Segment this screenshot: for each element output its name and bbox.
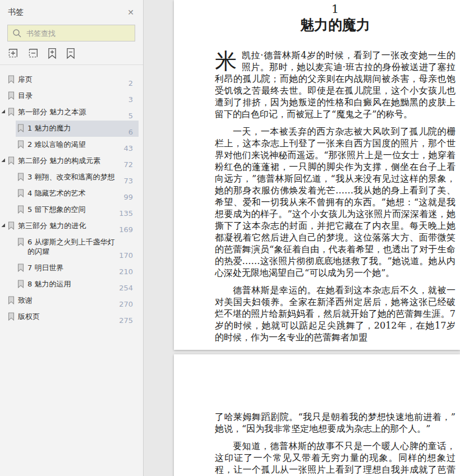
search-icon	[12, 29, 26, 38]
paragraph-text: 凯拉·德普林斯4岁的时候，看到了一张改变她一生的照片。那时，她以麦宾迪·班古拉的…	[215, 50, 456, 119]
expander-spacer	[1, 75, 8, 77]
bookmark-item[interactable]: 第一部分 魅力之本源5	[1, 104, 139, 121]
bookmark-item[interactable]: 8 魅力的运用254	[16, 276, 139, 293]
search-input[interactable]	[26, 29, 130, 38]
bookmark-page-number: 6	[128, 127, 133, 137]
paragraph: 一天，一本被丢弃的西方杂志被大风吹到了孤儿院的栅栏上，这本杂志上刊登了一张来自西…	[215, 126, 456, 279]
bookmark-label: 5 留下想象的空间	[27, 205, 89, 214]
bookmark-label: 目录	[18, 91, 36, 100]
bookmark-icon	[17, 205, 24, 214]
paragraph: 要知道，德普林斯的故事不只是一个暖人心脾的童话，这印证了一个常见又带着无穷力量的…	[215, 440, 456, 476]
bookmark-page-number: 135	[119, 209, 133, 218]
document-view[interactable]: 1 魅力的魔力 米凯拉·德普林斯4岁的时候，看到了一张改变她一生的照片。那时，她…	[144, 0, 460, 476]
bookmark-icon	[17, 237, 24, 246]
bookmark-icon	[17, 263, 24, 272]
bookmarks-toolbar	[0, 41, 143, 65]
panel-title: 书签	[8, 7, 24, 17]
bookmark-item[interactable]: 扉页2	[1, 72, 139, 88]
bookmark-item[interactable]: 7 明日世界210	[16, 260, 139, 276]
chapter-title: 魅力的魔力	[215, 16, 456, 34]
document-page-2: 了哈莱姆舞蹈剧院。“我只是朝着我的梦想快速地前进着，”她说，“因为我非常坚定地想…	[174, 354, 460, 476]
expander-spacer	[1, 295, 8, 298]
bookmark-page-number: 275	[119, 316, 133, 325]
bookmark-icon	[8, 75, 15, 84]
bookmark-page-number: 2	[128, 78, 133, 88]
bookmark-label: 扉页	[18, 75, 36, 84]
collapse-all-icon[interactable]	[27, 48, 39, 59]
bookmark-icon	[8, 91, 15, 100]
expander-spacer	[1, 312, 8, 314]
bookmark-icon	[8, 312, 15, 321]
paragraph: 米凯拉·德普林斯4岁的时候，看到了一张改变她一生的照片。那时，她以麦宾迪·班古拉…	[215, 49, 456, 120]
bookmarks-panel: 书签 ✕	[0, 0, 144, 476]
bookmark-item[interactable]: 4 隐藏艺术的艺术99	[16, 186, 139, 202]
add-bookmark-icon[interactable]	[47, 48, 57, 59]
bookmark-label: 6 从缪斯之火到上千盏华灯的闪耀	[27, 237, 119, 256]
drop-cap: 米	[215, 49, 242, 72]
bookmark-label: 第三部分 魅力的进化	[18, 221, 89, 230]
bookmark-search-box[interactable]	[7, 25, 135, 41]
close-icon[interactable]: ✕	[127, 8, 134, 16]
bookmark-item[interactable]: 致谢270	[1, 293, 139, 309]
bookmark-item[interactable]: 第三部分 魅力的进化169	[1, 218, 139, 234]
bookmark-icon	[17, 279, 24, 288]
bookmark-label: 1 魅力的魔力	[27, 123, 74, 133]
bookmark-item[interactable]: 5 留下想象的空间135	[16, 202, 139, 218]
bookmark-icon	[8, 221, 15, 230]
bookmark-label: 2 难以言喻的渴望	[27, 140, 89, 149]
bookmark-page-number: 210	[119, 267, 133, 276]
document-page-1: 1 魅力的魔力 米凯拉·德普林斯4岁的时候，看到了一张改变她一生的照片。那时，她…	[174, 0, 460, 350]
bookmark-tree: 扉页2目录3第一部分 魅力之本源51 魅力的魔力62 难以言喻的渴望43第二部分…	[0, 65, 143, 476]
bookmark-label: 8 魅力的运用	[27, 279, 74, 289]
bookmark-label: 第二部分 魅力的构成元素	[18, 156, 104, 165]
bookmark-item[interactable]: 2 难以言喻的渴望43	[16, 137, 139, 153]
expander-icon[interactable]	[1, 156, 8, 163]
bookmark-page-number: 99	[123, 192, 133, 202]
bookmark-label: 4 隐藏艺术的艺术	[27, 188, 89, 198]
bookmark-item[interactable]: 6 从缪斯之火到上千盏华灯的闪耀170	[16, 234, 139, 260]
bookmark-label: 第一部分 魅力之本源	[18, 107, 89, 117]
paragraph: 了哈莱姆舞蹈剧院。“我只是朝着我的梦想快速地前进着，”她说，“因为我非常坚定地想…	[215, 411, 456, 435]
bookmark-icon	[17, 123, 24, 132]
bookmark-page-number: 3	[128, 95, 133, 104]
bookmark-page-number: 170	[119, 251, 133, 260]
expand-all-icon[interactable]	[7, 48, 19, 59]
bookmark-page-number: 270	[119, 299, 133, 309]
bookmark-page-number: 169	[119, 225, 133, 234]
bookmark-icon	[17, 188, 24, 197]
bookmark-icon	[17, 172, 24, 181]
bookmark-page-number: 254	[119, 283, 133, 293]
bookmark-page-number: 43	[123, 144, 133, 153]
bookmark-page-number: 5	[128, 111, 133, 121]
bookmark-page-number: 73	[123, 176, 133, 186]
bookmark-item[interactable]: 3 翱翔、改变和逃离的梦想73	[16, 169, 139, 186]
bookmark-item[interactable]: 目录3	[1, 88, 139, 104]
bookmark-label: 7 明日世界	[27, 263, 67, 272]
bookmark-icon	[8, 295, 15, 304]
bookmark-page-number: 72	[123, 160, 133, 169]
chapter-number: 1	[215, 2, 456, 16]
bookmark-item[interactable]: 版权页275	[1, 309, 139, 325]
bookmark-icon	[17, 140, 24, 149]
bookmark-label: 致谢	[18, 295, 36, 305]
bookmark-icon	[8, 107, 15, 116]
bookmark-label: 3 翱翔、改变和逃离的梦想	[27, 172, 118, 182]
expander-spacer	[1, 91, 8, 93]
remove-bookmark-icon[interactable]	[66, 48, 76, 59]
bookmark-label: 版权页	[18, 312, 43, 321]
expander-icon[interactable]	[1, 107, 8, 114]
bookmark-item[interactable]: 1 魅力的魔力6	[16, 121, 139, 137]
bookmarks-panel-header: 书签 ✕	[0, 0, 143, 23]
bookmark-item[interactable]: 第二部分 魅力的构成元素72	[1, 153, 139, 169]
bookmark-icon	[8, 156, 15, 165]
paragraph: 德普林斯是幸运的。在她看到这本杂志后不久，就被一对美国夫妇领养。全家在新泽西州定…	[215, 284, 456, 343]
expander-icon[interactable]	[1, 221, 8, 228]
